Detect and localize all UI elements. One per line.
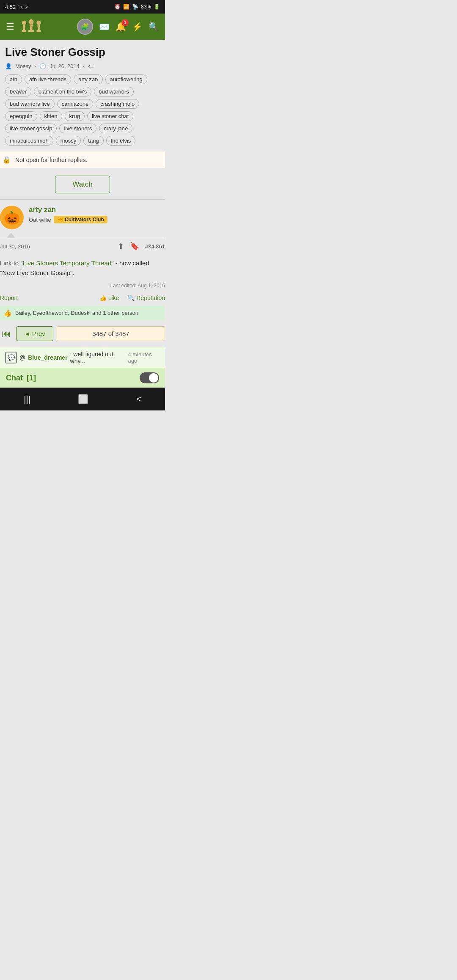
mail-icon[interactable]: ✉️: [99, 22, 110, 32]
tag-mary-jane[interactable]: mary jane: [99, 124, 132, 133]
tag-mossy[interactable]: mossy: [56, 136, 81, 146]
logo-icon: [20, 18, 46, 35]
watch-button[interactable]: Watch: [55, 176, 110, 193]
post-number: #34,861: [145, 243, 165, 250]
tag-live-stoners[interactable]: live stoners: [59, 124, 96, 133]
site-logo: [20, 18, 46, 35]
tag-bud-warriors-live[interactable]: bud warriors live: [5, 99, 55, 109]
battery-icon: 🔋: [154, 4, 160, 10]
pagination: ⏮ ◄ Prev 3487 of 3487: [0, 320, 165, 347]
tag-epenguin[interactable]: epenguin: [5, 111, 37, 121]
main-content: Live Stoner Gossip 👤 Mossy · 🕐 Jul 26, 2…: [0, 40, 165, 146]
post-card: 🎃 arty zan Oat willie ✊ Cultivators Club…: [0, 200, 165, 347]
status-bar: 4:52 fire tv ⏰ 📶 📡 83% 🔋: [0, 0, 165, 14]
tag-autoflowering[interactable]: autoflowering: [105, 74, 147, 84]
tag-the-elvis[interactable]: the elvis: [106, 136, 136, 146]
bottom-back-button[interactable]: <: [128, 393, 150, 406]
tag-live-stoner-gossip[interactable]: live stoner gossip: [5, 124, 57, 133]
chat-message-text: : well figured out why...: [70, 351, 126, 364]
bottom-home-button[interactable]: ⬜: [69, 392, 97, 406]
tag-krug[interactable]: krug: [65, 111, 85, 121]
post-username[interactable]: arty zan: [29, 206, 107, 214]
tag-cannazone[interactable]: cannazone: [57, 99, 94, 109]
tag-crashing-mojo[interactable]: crashing mojo: [96, 99, 139, 109]
watch-section: Watch: [0, 168, 165, 199]
tags-icon: 🏷: [88, 63, 94, 69]
chat-username[interactable]: Blue_dreamer: [28, 354, 67, 361]
svg-rect-5: [30, 24, 33, 26]
status-time: 4:52: [5, 4, 16, 10]
thread-title: Live Stoner Gossip: [5, 46, 160, 59]
nav-avatar[interactable]: 🧩: [77, 19, 93, 35]
post-user-info: arty zan Oat willie ✊ Cultivators Club: [29, 206, 107, 223]
post-avatar[interactable]: 🎃: [0, 206, 24, 229]
tag-miraculous-moh[interactable]: miraculous moh: [5, 136, 53, 146]
notification-count: 1: [121, 19, 129, 26]
lock-icon: 🔒: [3, 156, 11, 164]
tag-live-stoner-chat[interactable]: live stoner chat: [87, 111, 133, 121]
tag-kitten[interactable]: kitten: [40, 111, 62, 121]
like-button[interactable]: 👍 Like: [99, 295, 119, 301]
post-date: Jul 30, 2016: [0, 243, 30, 250]
hamburger-menu-button[interactable]: ☰: [6, 21, 14, 32]
chat-time: 4 minutes ago: [128, 351, 160, 364]
share-icon[interactable]: ⬆: [118, 242, 124, 251]
post-header: 🎃 arty zan Oat willie ✊ Cultivators Club: [0, 200, 165, 233]
search-icon[interactable]: 🔍: [149, 22, 159, 32]
thread-author[interactable]: Mossy: [15, 63, 31, 69]
chat-notification-bar[interactable]: 💬 @ Blue_dreamer : well figured out why.…: [0, 347, 165, 368]
svg-point-8: [36, 20, 41, 25]
likes-bar: 👍 Bailey, Eyeoftheworld, Dudeski and 1 o…: [0, 306, 165, 320]
post-meta-row: Jul 30, 2016 ⬆ 🔖 #34,861: [0, 238, 165, 254]
post-edited: Last edited: Aug 1, 2016: [0, 281, 165, 292]
bubble-tail: [7, 233, 15, 238]
svg-point-0: [22, 20, 27, 25]
meta-separator2: ·: [83, 63, 85, 69]
page-current-indicator: 3487 of 3487: [57, 326, 165, 341]
wifi-icon: 📶: [123, 4, 129, 10]
like-thumbs-icon: 👍: [3, 309, 12, 317]
tag-afn[interactable]: afn: [5, 74, 22, 84]
svg-point-4: [29, 19, 34, 24]
chat-footer: Chat [1]: [0, 368, 165, 388]
clock-icon: 🕐: [39, 63, 46, 69]
thread-date: Jul 26, 2014: [50, 63, 80, 69]
prev-page-button[interactable]: ◄ Prev: [16, 326, 53, 341]
report-button[interactable]: Report: [0, 295, 18, 301]
chat-label: Chat [1]: [6, 374, 36, 383]
nav-bar: ☰ 🧩 ✉️: [0, 14, 165, 40]
tag-bud-warriors[interactable]: bud warriors: [94, 87, 134, 96]
post-actions: Report 👍 Like 🔍 Reputation: [0, 292, 165, 306]
user-role-text: Oat willie: [29, 217, 51, 223]
chat-toggle[interactable]: [140, 372, 159, 383]
avatar-emoji: 🎃: [4, 210, 20, 225]
post-meta-actions: ⬆ 🔖 #34,861: [118, 242, 165, 251]
reputation-button[interactable]: 🔍 Reputation: [127, 295, 165, 301]
post-body: Link to "Live Stoners Temporary Thread" …: [0, 254, 165, 281]
body-prefix: Link to ": [0, 259, 23, 267]
locked-notice: 🔒 Not open for further replies.: [0, 151, 165, 168]
svg-rect-11: [38, 27, 40, 30]
svg-rect-1: [23, 25, 25, 27]
locked-text: Not open for further replies.: [15, 157, 87, 163]
user-role-area: Oat willie ✊ Cultivators Club: [29, 216, 107, 223]
chat-count: [1]: [27, 374, 36, 382]
battery-label: 83%: [141, 4, 151, 10]
signal-icon: 📡: [132, 4, 138, 10]
svg-rect-7: [30, 27, 33, 30]
notification-bell[interactable]: 🔔 1: [116, 22, 126, 32]
tag-afn-live-threads[interactable]: afn live threads: [25, 74, 71, 84]
post-thread-link[interactable]: Live Stoners Temporary Thread: [23, 259, 112, 267]
svg-rect-3: [23, 27, 25, 30]
tag-tang[interactable]: tang: [83, 136, 103, 146]
tag-beaver[interactable]: beaver: [5, 87, 31, 96]
bottom-menu-button[interactable]: |||: [15, 393, 39, 406]
cultivators-club-badge: ✊ Cultivators Club: [54, 216, 107, 223]
author-icon: 👤: [5, 63, 12, 69]
skip-back-button[interactable]: ⏮: [0, 327, 13, 341]
tag-blame-it-on-the-bws[interactable]: blame it on the bw's: [34, 87, 92, 96]
bookmark-icon[interactable]: 🔖: [130, 242, 139, 251]
lightning-icon[interactable]: ⚡: [132, 22, 143, 32]
tag-arty-zan[interactable]: arty zan: [74, 74, 102, 84]
toggle-knob: [149, 373, 158, 383]
